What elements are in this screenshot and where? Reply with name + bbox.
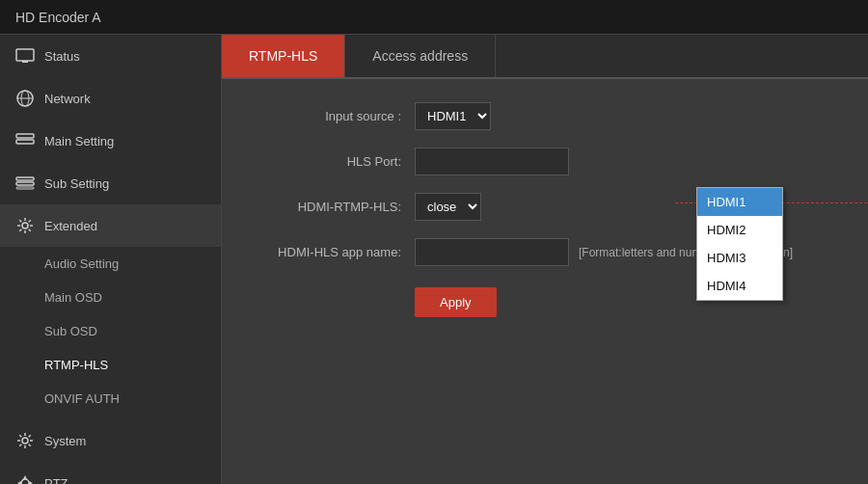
ptz-icon xyxy=(15,473,35,484)
main-setting-icon xyxy=(15,131,35,150)
input-source-select[interactable]: HDMI1 HDMI2 HDMI3 HDMI4 xyxy=(415,102,491,130)
svg-marker-13 xyxy=(23,475,27,479)
sub-setting-icon xyxy=(15,174,35,193)
sidebar-item-network-label: Network xyxy=(44,92,91,106)
svg-point-10 xyxy=(22,223,28,229)
sidebar-item-extended[interactable]: Extended xyxy=(0,204,221,247)
dropdown-item-hdmi1[interactable]: HDMI1 xyxy=(697,188,782,216)
tab-rtmp-hls-label: RTMP-HLS xyxy=(249,48,317,64)
hls-port-row: HLS Port: 8235 xyxy=(251,148,839,175)
svg-rect-1 xyxy=(22,61,28,63)
sidebar-item-status-label: Status xyxy=(44,49,80,64)
monitor-icon xyxy=(15,46,35,66)
sidebar-item-main-setting[interactable]: Main Setting xyxy=(0,120,221,162)
form-area: Input source : HDMI1 HDMI2 HDMI3 HDMI4 H… xyxy=(222,79,868,358)
sidebar-sub-item-audio-setting[interactable]: Audio Setting xyxy=(0,247,221,281)
apply-control: Apply xyxy=(415,283,497,317)
hdmi-rtmp-hls-select[interactable]: close open xyxy=(415,193,481,221)
dropdown-item-hdmi2[interactable]: HDMI2 xyxy=(697,216,782,244)
sidebar-item-main-setting-label: Main Setting xyxy=(44,134,114,148)
sidebar-item-ptz-label: PTZ xyxy=(44,476,68,485)
tab-bar: RTMP-HLS Access address xyxy=(222,35,868,79)
tab-access-address[interactable]: Access address xyxy=(345,35,496,77)
svg-point-11 xyxy=(22,438,28,444)
input-source-dropdown: HDMI1 HDMI2 HDMI3 HDMI4 xyxy=(696,187,783,301)
sidebar-item-network[interactable]: Network xyxy=(0,77,221,120)
sidebar-item-extended-label: Extended xyxy=(44,219,97,233)
sidebar-item-ptz[interactable]: PTZ xyxy=(0,462,221,484)
sidebar-item-status[interactable]: Status xyxy=(0,35,221,77)
sidebar-sub-item-main-osd-label: Main OSD xyxy=(44,290,102,305)
tab-rtmp-hls[interactable]: RTMP-HLS xyxy=(222,35,345,77)
title-bar: HD Encoder A xyxy=(0,0,868,35)
sidebar-sub-item-onvif-auth-label: ONVIF AUTH xyxy=(44,391,120,406)
sidebar-sub-item-rtmp-hls-label: RTMP-HLS xyxy=(44,358,108,372)
input-source-row: Input source : HDMI1 HDMI2 HDMI3 HDMI4 xyxy=(251,102,839,130)
sidebar-sub-item-onvif-auth[interactable]: ONVIF AUTH xyxy=(0,382,221,416)
main-layout: Status Network Main Setting Sub Setting xyxy=(0,35,868,484)
globe-icon xyxy=(15,89,35,108)
svg-rect-8 xyxy=(16,182,34,185)
svg-rect-7 xyxy=(16,177,34,180)
sidebar-sub-item-main-osd[interactable]: Main OSD xyxy=(0,281,221,314)
input-source-label: Input source : xyxy=(251,109,415,123)
sidebar-item-sub-setting[interactable]: Sub Setting xyxy=(0,162,221,204)
hdmi-rtmp-hls-control: close open xyxy=(415,193,481,221)
dropdown-item-hdmi4[interactable]: HDMI4 xyxy=(697,272,782,300)
hls-port-input[interactable]: 8235 xyxy=(415,148,569,175)
svg-rect-5 xyxy=(16,134,34,138)
svg-rect-6 xyxy=(16,140,34,144)
hdmi-hls-app-name-input[interactable]: hd-live1 xyxy=(415,238,569,266)
hdmi-hls-app-name-label: HDMI-HLS app name: xyxy=(251,245,415,259)
svg-rect-0 xyxy=(16,49,34,61)
sidebar: Status Network Main Setting Sub Setting xyxy=(0,35,222,484)
input-source-control: HDMI1 HDMI2 HDMI3 HDMI4 xyxy=(415,102,491,130)
sidebar-item-system[interactable]: System xyxy=(0,419,221,462)
sidebar-sub-item-audio-setting-label: Audio Setting xyxy=(44,256,119,271)
apply-button[interactable]: Apply xyxy=(415,287,497,317)
hls-port-control: 8235 xyxy=(415,148,569,175)
sidebar-sub-item-sub-osd-label: Sub OSD xyxy=(44,324,97,338)
dropdown-item-hdmi3[interactable]: HDMI3 xyxy=(697,244,782,272)
svg-point-12 xyxy=(21,479,29,484)
sidebar-item-sub-setting-label: Sub Setting xyxy=(44,176,109,191)
sidebar-sub-item-sub-osd[interactable]: Sub OSD xyxy=(0,314,221,348)
sidebar-sub-item-rtmp-hls[interactable]: RTMP-HLS xyxy=(0,348,221,382)
app-title: HD Encoder A xyxy=(15,10,101,25)
hls-port-label: HLS Port: xyxy=(251,154,415,169)
system-gear-icon xyxy=(15,431,35,450)
hdmi-rtmp-hls-label: HDMI-RTMP-HLS: xyxy=(251,200,415,214)
sidebar-item-system-label: System xyxy=(44,434,86,448)
extended-icon xyxy=(15,216,35,235)
content-area: RTMP-HLS Access address Input source : H… xyxy=(222,35,868,484)
svg-rect-9 xyxy=(16,187,34,189)
tab-access-address-label: Access address xyxy=(372,48,468,64)
